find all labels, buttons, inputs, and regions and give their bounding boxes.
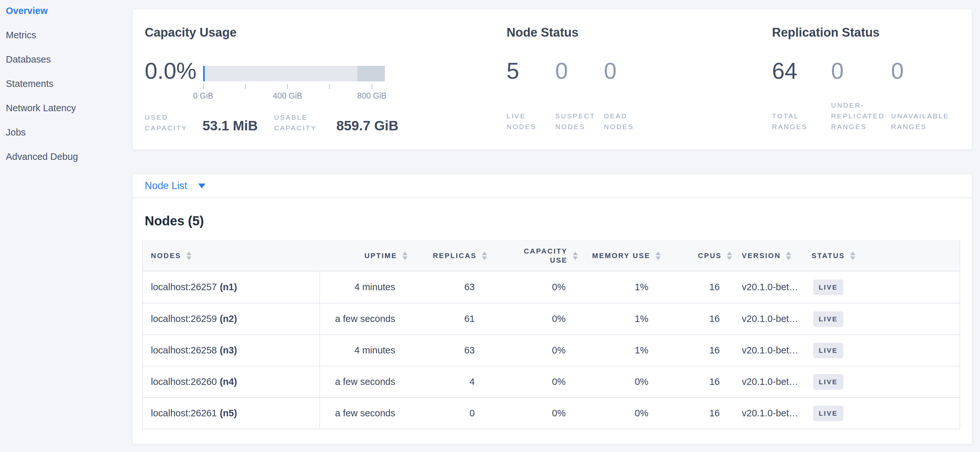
- sort-icon: [727, 252, 732, 260]
- uptime-cell: 4 minutes: [320, 335, 411, 366]
- status-badge: LIVE: [813, 279, 843, 295]
- replicas-cell: 0: [411, 398, 490, 429]
- status-cell: LIVE: [805, 335, 959, 366]
- table-row: localhost:26260(n4) a few seconds 4 0% 0…: [143, 366, 959, 397]
- column-header-status[interactable]: STATUS: [805, 241, 959, 271]
- capacity-use-cell: 0%: [490, 398, 581, 429]
- sort-icon: [655, 252, 661, 260]
- sidebar-item-jobs[interactable]: Jobs: [6, 127, 110, 137]
- capacity-usage-section: Capacity Usage 0.0% 0 GiB 400 GiB 800 Gi…: [145, 10, 502, 149]
- node-list-card: Node List Nodes (5) NODES UPTIME REPLICA…: [132, 174, 972, 444]
- stat-unavailable-value: 0: [891, 59, 959, 83]
- column-header-uptime[interactable]: UPTIME: [320, 241, 411, 271]
- status-badge: LIVE: [813, 406, 843, 421]
- stat-suspect-nodes-value: 0: [555, 59, 604, 83]
- replication-status-section: Replication Status 64 0 0 TOTAL RANGES U…: [772, 10, 967, 149]
- stat-unavailable-label: UNAVAILABLE RANGES: [891, 111, 959, 132]
- stat-dead-nodes-label: DEAD NODES: [604, 111, 649, 132]
- memory-use-cell: 0%: [581, 366, 664, 397]
- stat-under-replicated-label: UNDER-REPLICATED RANGES: [831, 100, 890, 132]
- table-row: localhost:26258(n3) 4 minutes 63 0% 1% 1…: [143, 334, 959, 366]
- node-status-values: 5 0 0: [507, 59, 669, 83]
- column-header-replicas[interactable]: REPLICAS: [411, 241, 490, 271]
- column-header-cpus[interactable]: CPUS: [664, 241, 735, 271]
- column-header-version[interactable]: VERSION: [735, 241, 805, 271]
- stat-live-nodes-label: LIVE NODES: [507, 111, 546, 132]
- node-address-cell[interactable]: localhost:26259(n2): [143, 303, 320, 334]
- sidebar-item-metrics[interactable]: Metrics: [6, 30, 110, 40]
- table-row: localhost:26259(n2) a few seconds 61 0% …: [143, 303, 959, 334]
- uptime-cell: 4 minutes: [320, 271, 411, 303]
- sidebar-item-advanced-debug[interactable]: Advanced Debug: [6, 152, 110, 162]
- status-badge: LIVE: [813, 311, 843, 327]
- column-header-memory-use[interactable]: MEMORY USE: [581, 241, 664, 271]
- memory-use-cell: 0%: [581, 398, 664, 429]
- sidebar-item-databases[interactable]: Databases: [6, 54, 110, 64]
- version-cell: v20.1.0-bet…: [735, 335, 805, 366]
- sort-icon: [573, 252, 578, 260]
- capacity-use-cell: 0%: [490, 366, 581, 397]
- chevron-down-icon: [198, 184, 205, 189]
- cpus-cell: 16: [664, 271, 735, 303]
- sidebar-item-overview[interactable]: Overview: [6, 6, 110, 16]
- capacity-used-percent: 0.0%: [145, 59, 197, 83]
- status-badge: LIVE: [813, 343, 843, 358]
- node-address-cell[interactable]: localhost:26258(n3): [143, 335, 320, 366]
- node-address-cell[interactable]: localhost:26261(n5): [143, 398, 320, 429]
- sort-icon: [402, 252, 407, 260]
- column-header-nodes[interactable]: NODES: [143, 241, 320, 271]
- cpus-cell: 16: [664, 303, 735, 334]
- sort-icon: [482, 252, 487, 260]
- memory-use-cell: 1%: [581, 303, 664, 334]
- memory-use-cell: 1%: [581, 335, 664, 366]
- replicas-cell: 61: [411, 303, 490, 334]
- version-cell: v20.1.0-bet…: [735, 271, 805, 303]
- replication-status-title: Replication Status: [772, 25, 880, 40]
- column-header-capacity-use[interactable]: CAPACITY USE: [490, 241, 581, 271]
- version-cell: v20.1.0-bet…: [735, 366, 805, 397]
- uptime-cell: a few seconds: [320, 398, 411, 429]
- uptime-cell: a few seconds: [320, 366, 411, 397]
- capacity-use-cell: 0%: [490, 303, 581, 334]
- capacity-gauge-reserved-bar: [357, 66, 385, 81]
- capacity-use-cell: 0%: [490, 335, 581, 366]
- used-capacity-value: 53.1 MiB: [202, 118, 258, 133]
- replicas-cell: 63: [411, 271, 490, 303]
- nodes-section-title: Nodes (5): [145, 214, 204, 228]
- table-body: localhost:26257(n1) 4 minutes 63 0% 1% 1…: [143, 271, 959, 429]
- node-status-section: Node Status 5 0 0 LIVE NODES SUSPECT NOD…: [507, 10, 766, 149]
- replication-status-values: 64 0 0: [772, 59, 959, 83]
- gauge-tick-label: 0 GiB: [186, 91, 220, 100]
- stat-under-replicated-value: 0: [831, 59, 891, 83]
- table-row: localhost:26257(n1) 4 minutes 63 0% 1% 1…: [143, 271, 959, 303]
- status-cell: LIVE: [805, 271, 959, 303]
- stat-total-ranges-value: 64: [772, 59, 831, 83]
- gauge-tick: [329, 84, 330, 89]
- capacity-gauge: 0 GiB 400 GiB 800 GiB: [203, 66, 385, 108]
- used-capacity-label: USED CAPACITY: [145, 112, 197, 133]
- sidebar-item-network-latency[interactable]: Network Latency: [6, 103, 110, 113]
- cpus-cell: 16: [664, 335, 735, 366]
- cluster-summary-card: Capacity Usage 0.0% 0 GiB 400 GiB 800 Gi…: [132, 9, 972, 150]
- status-cell: LIVE: [805, 366, 959, 397]
- node-status-labels: LIVE NODES SUSPECT NODES DEAD NODES: [507, 111, 669, 132]
- replicas-cell: 4: [411, 366, 490, 397]
- stat-suspect-nodes-label: SUSPECT NODES: [555, 111, 603, 132]
- replicas-cell: 63: [411, 335, 490, 366]
- capacity-gauge-used-bar: [203, 66, 205, 81]
- gauge-tick: [245, 84, 246, 89]
- capacity-stats: USED CAPACITY 53.1 MiB USABLE CAPACITY 8…: [145, 112, 398, 133]
- cluster-overview-page: Overview Metrics Databases Statements Ne…: [0, 0, 980, 452]
- node-address-cell[interactable]: localhost:26260(n4): [143, 366, 320, 397]
- version-cell: v20.1.0-bet…: [735, 398, 805, 429]
- capacity-usage-title: Capacity Usage: [145, 25, 237, 40]
- node-address-cell[interactable]: localhost:26257(n1): [143, 271, 320, 303]
- gauge-tick-label: 800 GiB: [351, 91, 393, 100]
- sidebar-item-statements[interactable]: Statements: [6, 79, 110, 89]
- version-cell: v20.1.0-bet…: [735, 303, 805, 334]
- stat-dead-nodes-value: 0: [604, 59, 669, 83]
- node-list-dropdown[interactable]: Node List: [133, 174, 972, 198]
- cpus-cell: 16: [664, 366, 735, 397]
- uptime-cell: a few seconds: [320, 303, 411, 334]
- table-row: localhost:26261(n5) a few seconds 0 0% 0…: [143, 397, 959, 429]
